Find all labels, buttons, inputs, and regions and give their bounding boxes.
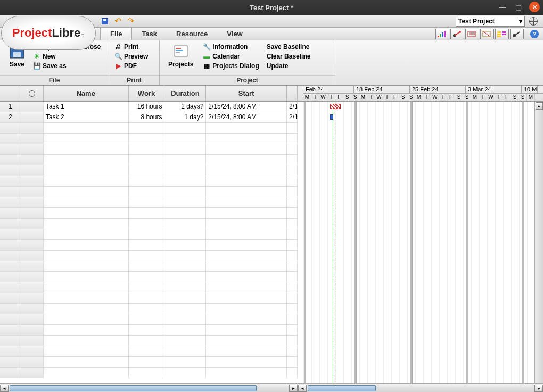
cell-duration[interactable] — [164, 346, 206, 356]
globe-icon[interactable] — [529, 17, 538, 26]
cell-duration[interactable] — [164, 187, 206, 197]
help-icon[interactable]: ? — [530, 30, 539, 38]
col-rownum[interactable] — [0, 86, 21, 101]
cell-finish[interactable] — [287, 219, 298, 229]
cell-finish[interactable] — [287, 368, 298, 378]
cell-finish[interactable] — [287, 346, 298, 356]
table-row[interactable] — [0, 304, 298, 314]
cell-start[interactable] — [206, 219, 287, 229]
cell-name[interactable] — [44, 176, 129, 186]
menu-resource[interactable]: Resource — [167, 28, 217, 40]
cell-name[interactable] — [44, 240, 129, 250]
cell-work[interactable]: 8 hours — [129, 112, 165, 122]
cell-work[interactable] — [129, 325, 165, 335]
cell-work[interactable] — [129, 346, 165, 356]
cell-name[interactable] — [44, 134, 129, 144]
cell-duration[interactable] — [164, 165, 206, 176]
cell-start[interactable] — [206, 208, 287, 218]
cell-start[interactable] — [206, 144, 287, 154]
preview-button[interactable]: 🔍Preview — [113, 52, 149, 61]
cell-name[interactable] — [44, 165, 129, 176]
cell-start[interactable] — [206, 282, 287, 293]
save-baseline-button[interactable]: Save Baseline — [266, 43, 312, 51]
table-row[interactable] — [0, 144, 298, 155]
gantt-scroll-left-arrow[interactable]: ◂ — [298, 385, 307, 392]
table-row[interactable]: 2Task 28 hours1 day?2/15/24, 8:00 AM2/1 — [0, 112, 298, 123]
cell-duration[interactable] — [164, 229, 206, 239]
table-row[interactable] — [0, 314, 298, 325]
table-row[interactable] — [0, 165, 298, 176]
cell-duration[interactable]: 1 day? — [164, 112, 206, 122]
cell-name[interactable]: Task 1 — [44, 102, 129, 112]
cell-work[interactable] — [129, 187, 165, 197]
cell-finish[interactable] — [287, 134, 298, 144]
cell-name[interactable] — [44, 155, 129, 165]
cell-start[interactable] — [206, 155, 287, 165]
cell-finish[interactable] — [287, 165, 298, 176]
task-table-body[interactable]: 1Task 116 hours2 days?2/15/24, 8:00 AM2/… — [0, 102, 298, 383]
cell-name[interactable] — [44, 261, 129, 271]
cell-duration[interactable]: 2 days? — [164, 102, 206, 112]
cell-finish[interactable] — [287, 251, 298, 261]
cell-start[interactable] — [206, 134, 287, 144]
view-rbs-button[interactable] — [510, 29, 524, 39]
cell-finish[interactable] — [287, 155, 298, 165]
col-work[interactable]: Work — [129, 86, 165, 101]
cell-finish[interactable] — [287, 208, 298, 218]
cell-name[interactable] — [44, 357, 129, 367]
cell-duration[interactable] — [164, 357, 206, 367]
table-scroll-thumb[interactable] — [10, 385, 257, 391]
cell-duration[interactable] — [164, 261, 206, 271]
scroll-left-arrow[interactable]: ◂ — [0, 385, 9, 392]
cell-duration[interactable] — [164, 155, 206, 165]
information-button[interactable]: 🔧Information — [202, 43, 260, 51]
col-finish[interactable] — [287, 86, 298, 101]
table-row[interactable] — [0, 123, 298, 134]
menu-view[interactable]: View — [217, 28, 252, 40]
cell-name[interactable] — [44, 336, 129, 346]
cell-work[interactable] — [129, 261, 165, 271]
cell-start[interactable] — [206, 304, 287, 314]
cell-finish[interactable] — [287, 187, 298, 197]
projects-button[interactable]: Projects — [164, 43, 198, 68]
cell-duration[interactable] — [164, 144, 206, 154]
cell-duration[interactable] — [164, 293, 206, 303]
table-row[interactable] — [0, 336, 298, 346]
menu-task[interactable]: Task — [132, 28, 167, 40]
cell-finish[interactable]: 2/1 — [287, 102, 298, 112]
cell-name[interactable] — [44, 197, 129, 207]
window-minimize-button[interactable]: — — [497, 2, 508, 12]
cell-start[interactable] — [206, 197, 287, 207]
cell-finish[interactable] — [287, 357, 298, 367]
cell-finish[interactable] — [287, 304, 298, 314]
cell-duration[interactable] — [164, 272, 206, 282]
print-button[interactable]: 🖨Print — [113, 43, 149, 51]
cell-work[interactable] — [129, 282, 165, 293]
cell-start[interactable] — [206, 346, 287, 356]
cell-start[interactable] — [206, 272, 287, 282]
table-row[interactable] — [0, 208, 298, 219]
table-row[interactable] — [0, 325, 298, 336]
quick-save-icon[interactable] — [100, 16, 110, 26]
table-row[interactable] — [0, 229, 298, 240]
calendar-button[interactable]: ▬Calendar — [202, 52, 260, 61]
cell-finish[interactable] — [287, 176, 298, 186]
col-start[interactable]: Start — [206, 86, 287, 101]
cell-work[interactable] — [129, 197, 165, 207]
cell-name[interactable] — [44, 304, 129, 314]
cell-work[interactable] — [129, 144, 165, 154]
view-wbs-button[interactable] — [495, 29, 509, 39]
project-selector[interactable]: Test Project ▾ — [456, 16, 525, 27]
cell-name[interactable] — [44, 282, 129, 293]
cell-name[interactable] — [44, 229, 129, 239]
table-hscroll[interactable]: ◂ ▸ — [0, 383, 298, 392]
cell-work[interactable] — [129, 336, 165, 346]
table-row[interactable] — [0, 293, 298, 304]
cell-start[interactable] — [206, 261, 287, 271]
view-report-button[interactable] — [480, 29, 494, 39]
cell-finish[interactable] — [287, 197, 298, 207]
table-row[interactable] — [0, 187, 298, 197]
cell-name[interactable] — [44, 219, 129, 229]
cell-finish[interactable] — [287, 261, 298, 271]
cell-start[interactable] — [206, 251, 287, 261]
